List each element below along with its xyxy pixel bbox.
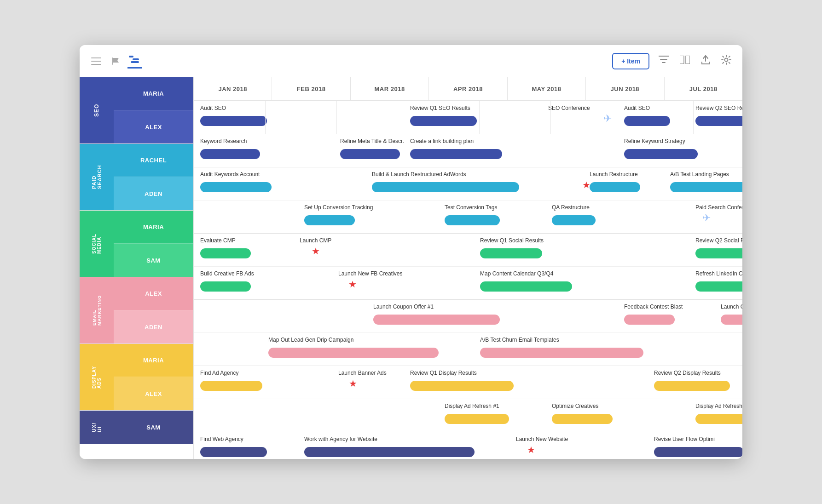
gantt-row-social-sam: Build Creative FB Ads Launch New FB Crea…	[194, 267, 742, 300]
columns-icon[interactable]	[678, 54, 692, 68]
bar-display-refresh-2[interactable]	[695, 414, 742, 424]
svg-rect-7	[680, 56, 684, 64]
bar-find-web-agency[interactable]	[200, 447, 267, 457]
label-launch-cmp: Launch CMP	[300, 237, 331, 244]
label-map-content-cal: Map Content Calendar Q3/Q4	[480, 270, 553, 277]
bar-ab-test-landing[interactable]	[670, 182, 742, 192]
bar-find-ad-agency[interactable]	[200, 381, 262, 391]
person-row-rachel: RACHEL	[114, 144, 193, 177]
bar-audit-seo-2[interactable]	[624, 116, 670, 126]
sidebar: SEO MARIA ALEX PAIDSEARCH RACHEL ADEN SO…	[80, 77, 194, 459]
bar-ab-test-churn[interactable]	[480, 348, 643, 358]
group-label-display: DISPLAYADS	[80, 344, 114, 410]
bar-launch-restructure[interactable]	[590, 182, 640, 192]
label-review-q1-display: Review Q1 Display Results	[410, 370, 477, 376]
bar-keyword-research[interactable]	[200, 149, 260, 159]
person-row-alex-seo: ALEX	[114, 110, 193, 143]
gantt-row-display-maria: Find Ad Agency Launch Banner Ads ★ Revie…	[194, 366, 742, 399]
gantt-area[interactable]: JAN 2018 FEB 2018 MAR 2018 APR 2018 MAY …	[194, 77, 742, 459]
toolbar: + Item	[80, 45, 742, 77]
bar-review-q1-seo[interactable]	[410, 116, 477, 126]
person-row-aden-paid: ADEN	[114, 177, 193, 210]
label-display-refresh-2: Display Ad Refresh #2	[695, 403, 742, 409]
export-icon[interactable]	[699, 53, 712, 69]
gantt-inner: JAN 2018 FEB 2018 MAR 2018 APR 2018 MAY …	[194, 77, 742, 459]
gantt-row-seo-alex: Keyword Research Refine Meta Title & Des…	[194, 134, 742, 167]
label-find-ad-agency: Find Ad Agency	[200, 370, 238, 376]
label-link-building: Create a link building plan	[410, 138, 474, 144]
bar-review-q2-seo[interactable]	[695, 116, 742, 126]
bar-work-agency-website[interactable]	[304, 447, 475, 457]
svg-rect-0	[91, 57, 101, 58]
person-row-sam-social: SAM	[114, 244, 193, 277]
svg-rect-6	[131, 61, 139, 63]
label-display-refresh-1: Display Ad Refresh #1	[445, 403, 499, 409]
bar-refine-keyword[interactable]	[624, 149, 698, 159]
bar-review-q2-social[interactable]	[695, 248, 742, 258]
person-row-alex-email: ALEX	[114, 277, 193, 310]
label-audit-seo-1: Audit SEO	[200, 105, 226, 111]
bar-review-q1-social[interactable]	[480, 248, 542, 258]
bar-audit-keywords[interactable]	[200, 182, 272, 192]
months-header: JAN 2018 FEB 2018 MAR 2018 APR 2018 MAY …	[194, 77, 742, 101]
svg-point-9	[725, 58, 728, 62]
bar-link-building[interactable]	[410, 149, 502, 159]
gantt-view-icon[interactable]	[127, 54, 142, 69]
bar-display-refresh-1[interactable]	[445, 414, 509, 424]
label-conversion-tracking: Set Up Conversion Tracking	[304, 204, 373, 211]
month-jan: JAN 2018	[194, 77, 272, 100]
bar-build-adwords[interactable]	[372, 182, 519, 192]
label-launch-fb-creatives: Launch New FB Creatives	[338, 270, 402, 277]
bar-feedback-contest[interactable]	[624, 315, 675, 325]
person-row-aden-email: ADEN	[114, 310, 193, 344]
label-review-q2-social: Review Q2 Social Results	[695, 237, 742, 244]
label-audit-keywords: Audit Keywords Account	[200, 171, 260, 178]
label-revise-user-flow: Revise User Flow Optimi	[654, 436, 715, 442]
bar-conversion-tracking[interactable]	[304, 215, 355, 225]
bar-lead-gen-drip[interactable]	[268, 348, 439, 358]
list-view-icon[interactable]	[89, 54, 104, 69]
svg-rect-8	[686, 56, 690, 64]
svg-rect-5	[133, 58, 139, 60]
group-rows-seo: MARIA ALEX	[114, 77, 193, 143]
bar-evaluate-cmp[interactable]	[200, 248, 251, 258]
group-label-paid: PAIDSEARCH	[80, 144, 114, 210]
label-feedback-contest: Feedback Contest Blast	[624, 304, 683, 310]
label-evaluate-cmp: Evaluate CMP	[200, 237, 236, 244]
bar-test-conversion[interactable]	[445, 215, 500, 225]
group-label-seo: SEO	[80, 77, 114, 143]
bar-audit-seo[interactable]	[200, 116, 267, 126]
bar-qa-restructure[interactable]	[552, 215, 596, 225]
label-launch-banner: Launch Banner Ads	[338, 370, 387, 376]
label-launch-new-website: Launch New Website	[516, 436, 568, 442]
person-row-maria-seo: MARIA	[114, 77, 193, 110]
group-email: EMAILMARKETING ALEX ADEN	[80, 277, 193, 344]
person-row-alex-display: ALEX	[114, 377, 193, 410]
plane-icon-seo: ✈	[603, 113, 612, 125]
bar-refresh-linkedin[interactable]	[695, 281, 742, 292]
bar-refine-meta[interactable]	[340, 149, 400, 159]
label-review-q1-social: Review Q1 Social Results	[480, 237, 544, 244]
gantt-row-ux-sam: Find Web Agency Work with Agency for Web…	[194, 432, 742, 459]
month-jul: JUL 2018	[665, 77, 742, 100]
bar-revise-user-flow[interactable]	[654, 447, 742, 457]
bar-review-q1-display[interactable]	[410, 381, 514, 391]
label-refine-meta: Refine Meta Title & Descr.	[340, 138, 404, 144]
filter-icon[interactable]	[657, 54, 671, 68]
main-content: SEO MARIA ALEX PAIDSEARCH RACHEL ADEN SO…	[80, 77, 742, 459]
flag-view-icon[interactable]	[108, 54, 123, 69]
label-build-fb-ads: Build Creative FB Ads	[200, 270, 254, 277]
settings-icon[interactable]	[719, 53, 733, 69]
group-rows-email: ALEX ADEN	[114, 277, 193, 344]
bar-coupon-offer[interactable]	[373, 315, 500, 325]
bar-build-fb-ads[interactable]	[200, 281, 251, 292]
bar-review-q2-display[interactable]	[654, 381, 730, 391]
bar-optimize-creatives[interactable]	[552, 414, 613, 424]
month-jun: JUN 2018	[586, 77, 664, 100]
add-item-button[interactable]: + Item	[612, 53, 649, 69]
bar-map-content-cal[interactable]	[480, 281, 572, 292]
bar-launch-coup[interactable]	[721, 315, 742, 325]
svg-rect-2	[91, 64, 101, 65]
star-icon-fb-creatives: ★	[348, 279, 357, 290]
gantt-rows: Audit SEO Review Q1 SEO Results SEO Conf…	[194, 101, 742, 459]
